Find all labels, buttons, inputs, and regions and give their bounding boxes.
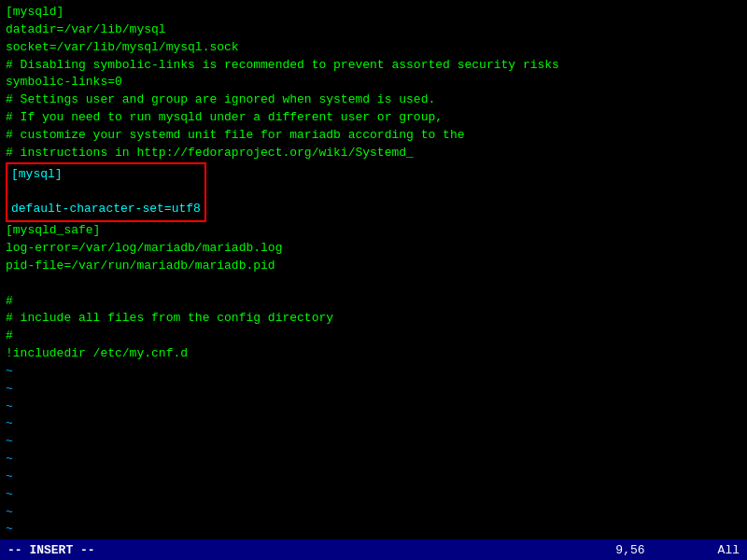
tilde-2: ~ [6,381,741,399]
line-log-error: log-error=/var/log/mariadb/mariadb.log [6,240,741,258]
tilde-1: ~ [6,363,741,381]
highlighted-line-mysql-header: [mysql] [11,166,201,184]
highlighted-line-empty [11,183,201,201]
line-mysqld-header: [mysqld] [6,4,741,21]
line-includedir: !includedir /etc/my.cnf.d [6,345,741,363]
tilde-4: ~ [6,415,741,433]
cursor-position: 9,56 All [615,543,740,557]
line-datadir: datadir=/var/lib/mysql [6,21,741,39]
line-blank1 [6,275,741,293]
vim-mode: -- INSERT -- [7,543,95,557]
line-symlink-comment: # Disabling symbolic-links is recommende… [6,57,741,75]
tilde-3: ~ [6,399,741,416]
line-mysqld-safe: [mysqld_safe] [6,222,741,240]
highlighted-mysql-block: [mysql] default-character-set=utf8 [6,162,206,223]
tilde-6: ~ [6,451,741,469]
line-hash2: # [6,328,741,345]
line-hash1: # [6,293,741,311]
line-symlinks-val: symbolic-links=0 [6,74,741,91]
content-area: [mysqld] datadir=/var/lib/mysql socket=/… [0,0,747,539]
tilde-7: ~ [6,469,741,486]
line-pid-file: pid-file=/var/run/mariadb/mariadb.pid [6,258,741,275]
line-socket: socket=/var/lib/mysql/mysql.sock [6,39,741,57]
terminal: [mysqld] datadir=/var/lib/mysql socket=/… [0,0,747,560]
highlighted-line-charset: default-character-set=utf8 [11,201,201,218]
line-customize-comment: # customize your systemd unit file for m… [6,127,741,145]
line-settings-comment: # Settings user and group are ignored wh… [6,91,741,109]
status-bar: -- INSERT -- 9,56 All [0,539,747,560]
line-instructions-comment: # instructions in http://fedoraproject.o… [6,145,741,162]
tilde-10: ~ [6,521,741,539]
tilde-8: ~ [6,486,741,504]
line-run-comment: # If you need to run mysqld under a diff… [6,109,741,127]
tilde-9: ~ [6,504,741,522]
tilde-5: ~ [6,433,741,451]
line-include-comment: # include all files from the config dire… [6,310,741,328]
